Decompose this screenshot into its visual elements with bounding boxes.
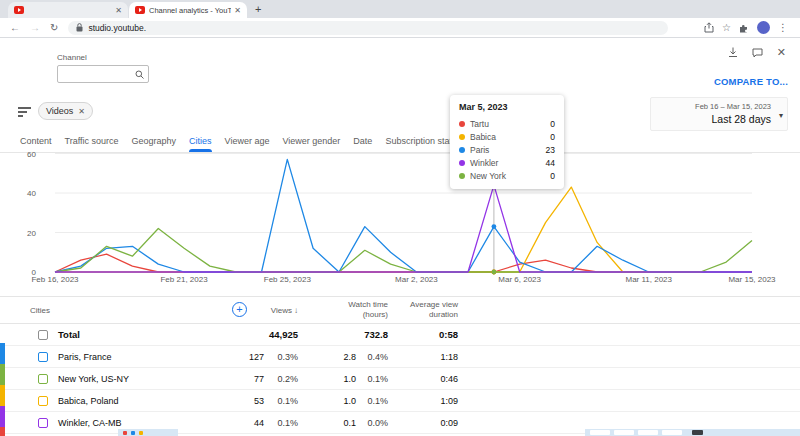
tooltip-row: Winkler 44 — [459, 156, 555, 169]
channel-search-input[interactable] — [58, 69, 135, 79]
close-icon[interactable]: ✕ — [234, 6, 241, 15]
tooltip-series-value: 0 — [550, 119, 555, 129]
taskbar-button[interactable] — [638, 430, 658, 435]
taskbar-button[interactable] — [590, 430, 610, 435]
total-views: 44,925 — [269, 329, 298, 340]
tooltip-date: Mar 5, 2023 — [459, 102, 555, 112]
tooltip-series-name: Babica — [470, 132, 496, 142]
x-axis-label: Feb 25, 2023 — [264, 275, 311, 284]
tooltip-series-name: Tartu — [470, 119, 489, 129]
new-tab-button[interactable]: + — [255, 2, 261, 16]
x-axis-label: Feb 21, 2023 — [160, 275, 207, 284]
tooltip-series-value: 23 — [546, 145, 555, 155]
close-panel-icon[interactable]: ✕ — [777, 46, 786, 59]
taskbar-button[interactable] — [614, 430, 634, 435]
close-icon[interactable]: ✕ — [115, 6, 122, 15]
table-row[interactable]: New York, US-NY 770.2% 1.00.1% 0:46 — [0, 368, 800, 390]
total-avg-duration: 0:58 — [439, 329, 458, 340]
cities-line-chart[interactable]: 0204060 Feb 16, 2023Feb 21, 2023Feb 25, … — [0, 153, 800, 293]
tooltip-series-value: 0 — [550, 171, 555, 181]
tab-traffic-source[interactable]: Traffic source — [65, 130, 119, 152]
chart-canvas — [0, 153, 800, 293]
taskbar-app-icon[interactable] — [123, 431, 127, 435]
chip-label: Videos — [46, 106, 73, 116]
search-icon — [135, 70, 144, 79]
filter-icon[interactable] — [18, 107, 31, 119]
city-name: Paris, France — [58, 352, 112, 362]
chip-close-icon[interactable]: ✕ — [78, 107, 85, 116]
tooltip-row: New York 0 — [459, 169, 555, 182]
taskbar-fragment-right[interactable] — [585, 429, 800, 436]
series-dot-icon — [459, 134, 465, 140]
browser-toolbar: ← → ↻ studio.youtube. ☆ ⋮ — [0, 18, 800, 38]
tab-viewer-age[interactable]: Viewer age — [225, 130, 270, 152]
profile-avatar[interactable] — [757, 21, 770, 34]
cities-table: Cities + Views ↓ Watch time (hours) Aver… — [0, 296, 800, 436]
taskbar-fragment-left[interactable] — [118, 429, 178, 436]
column-header-watch-time[interactable]: Watch time (hours) — [298, 300, 388, 319]
city-name: Winkler, CA-MB — [58, 418, 122, 428]
y-axis-label: 60 — [0, 150, 36, 159]
total-watch-time: 732.8 — [364, 329, 388, 340]
tooltip-series-value: 44 — [546, 158, 555, 168]
reload-icon[interactable]: ↻ — [50, 23, 58, 33]
share-icon[interactable] — [704, 22, 714, 33]
tab-viewer-gender[interactable]: Viewer gender — [282, 130, 340, 152]
table-header-row: Cities + Views ↓ Watch time (hours) Aver… — [0, 297, 800, 324]
edge-series-bar — [0, 343, 5, 364]
column-header-cities[interactable]: Cities — [0, 306, 222, 315]
browser-tab-inactive[interactable]: ✕ — [8, 2, 128, 18]
row-checkbox[interactable] — [38, 396, 48, 406]
row-checkbox[interactable] — [38, 418, 48, 428]
x-axis-label: Mar 6, 2023 — [498, 275, 541, 284]
add-metric-button[interactable]: + — [232, 302, 247, 317]
browser-menu-icon[interactable]: ⋮ — [778, 23, 788, 33]
tab-geography[interactable]: Geography — [132, 130, 177, 152]
tooltip-series-name: Paris — [470, 145, 489, 155]
y-axis-label: 40 — [0, 189, 36, 198]
total-label: Total — [58, 329, 80, 340]
total-checkbox[interactable] — [38, 330, 48, 340]
youtube-favicon — [14, 6, 24, 14]
channel-label: Channel — [57, 53, 87, 62]
column-header-avg-duration[interactable]: Average view duration — [388, 300, 458, 319]
forward-icon: → — [30, 23, 40, 33]
videos-filter-chip[interactable]: Videos ✕ — [38, 102, 93, 120]
tooltip-series-name: Winkler — [470, 158, 498, 168]
youtube-favicon — [135, 6, 145, 14]
taskbar-button[interactable] — [662, 430, 682, 435]
panel-actions: ✕ — [728, 46, 786, 59]
analytics-tab-bar: Content Traffic source Geography Cities … — [0, 130, 800, 153]
compare-to-link[interactable]: COMPARE TO... — [714, 76, 788, 87]
tab-cities[interactable]: Cities — [189, 130, 212, 152]
back-icon[interactable]: ← — [10, 23, 20, 33]
city-name: Babica, Poland — [58, 396, 119, 406]
table-row[interactable]: Babica, Poland 530.1% 1.00.1% 1:09 — [0, 390, 800, 412]
x-axis-label: Feb 16, 2023 — [31, 275, 78, 284]
taskbar-app-icon[interactable] — [131, 431, 135, 435]
taskbar-app-icon[interactable] — [139, 431, 143, 435]
row-checkbox[interactable] — [38, 374, 48, 384]
series-dot-icon — [459, 121, 465, 127]
table-row-total: Total 44,925 732.8 0:58 — [0, 324, 800, 346]
url-text: studio.youtube. — [88, 23, 146, 33]
feedback-icon[interactable] — [752, 48, 763, 58]
address-bar[interactable]: studio.youtube. — [68, 21, 668, 35]
taskbar-button[interactable] — [692, 430, 703, 435]
tab-date[interactable]: Date — [353, 130, 372, 152]
series-dot-icon — [459, 147, 465, 153]
date-range-selector[interactable]: Feb 16 – Mar 15, 2023 Last 28 days ▾ — [650, 97, 788, 131]
row-checkbox[interactable] — [38, 352, 48, 362]
browser-tab-strip: ✕ Channel analytics - YouTube Stu ✕ + — [0, 0, 800, 18]
series-dot-icon — [459, 173, 465, 179]
download-icon[interactable] — [728, 47, 738, 58]
tooltip-row: Paris 23 — [459, 143, 555, 156]
edge-series-bar — [0, 406, 5, 427]
table-row[interactable]: Paris, France 1270.3% 2.80.4% 1:18 — [0, 346, 800, 368]
tooltip-row: Tartu 0 — [459, 117, 555, 130]
channel-search-box[interactable] — [57, 65, 149, 83]
chart-tooltip: Mar 5, 2023 Tartu 0 Babica 0 Paris 23 Wi… — [450, 95, 564, 189]
extensions-icon[interactable] — [739, 23, 749, 33]
browser-tab-active[interactable]: Channel analytics - YouTube Stu ✕ — [129, 2, 247, 18]
star-icon[interactable]: ☆ — [722, 23, 731, 33]
